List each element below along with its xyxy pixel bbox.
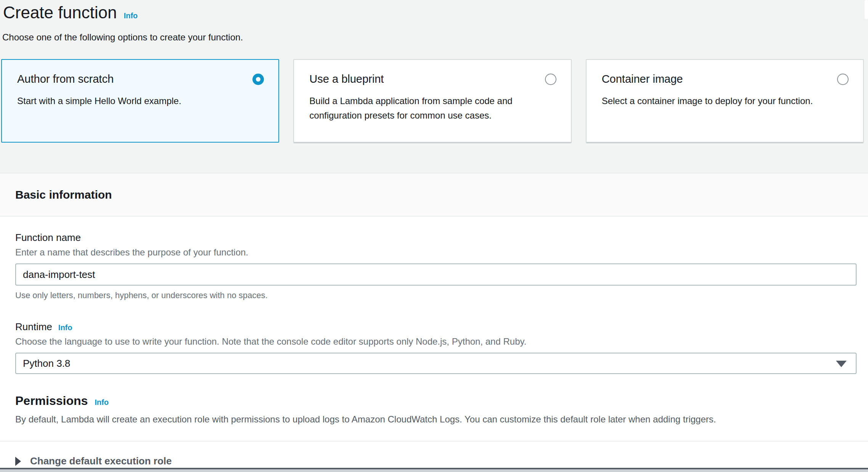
- chevron-down-icon: [836, 361, 847, 367]
- change-default-execution-role-expander[interactable]: Change default execution role: [15, 455, 857, 467]
- function-name-description: Enter a name that describes the purpose …: [15, 247, 857, 258]
- permissions-description: By default, Lambda will create an execut…: [15, 414, 857, 425]
- page-title: Create function: [3, 3, 117, 22]
- runtime-info-link[interactable]: Info: [58, 323, 72, 332]
- radio-use-a-blueprint[interactable]: [545, 74, 556, 85]
- option-card-description: Select a container image to deploy for y…: [602, 94, 849, 108]
- radio-author-from-scratch[interactable]: [252, 74, 264, 85]
- basic-information-heading: Basic information: [15, 188, 112, 201]
- option-card-container-image[interactable]: Container image Select a container image…: [586, 59, 864, 143]
- basic-information-body: Function name Enter a name that describe…: [0, 217, 868, 467]
- permissions-heading: Permissions: [15, 394, 88, 408]
- card-head: Use a blueprint: [309, 73, 556, 85]
- option-card-author-from-scratch[interactable]: Author from scratch Start with a simple …: [1, 59, 279, 143]
- option-card-description: Start with a simple Hello World example.: [17, 94, 264, 108]
- option-card-title: Author from scratch: [17, 73, 114, 85]
- title-row: Create function Info: [3, 3, 864, 22]
- function-name-field: Function name Enter a name that describe…: [15, 232, 857, 300]
- expander-label: Change default execution role: [30, 455, 172, 467]
- permissions-info-link[interactable]: Info: [95, 398, 109, 407]
- scrollbar-thumb[interactable]: [865, 0, 868, 19]
- option-card-description: Build a Lambda application from sample c…: [309, 94, 556, 123]
- option-card-title: Container image: [602, 73, 683, 85]
- page-header: Create function Info Choose one of the f…: [0, 0, 868, 173]
- basic-information-header: Basic information: [0, 173, 868, 217]
- runtime-description: Choose the language to use to write your…: [15, 336, 857, 347]
- option-card-title: Use a blueprint: [309, 73, 384, 85]
- create-function-info-link[interactable]: Info: [124, 11, 138, 20]
- triangle-right-icon: [15, 457, 21, 466]
- creation-option-cards: Author from scratch Start with a simple …: [1, 59, 864, 143]
- runtime-select[interactable]: Python 3.8: [15, 353, 857, 374]
- section-divider: [0, 441, 868, 441]
- card-head: Author from scratch: [17, 73, 264, 85]
- runtime-field: Runtime Info Choose the language to use …: [15, 321, 857, 374]
- runtime-label: Runtime: [15, 321, 52, 333]
- radio-container-image[interactable]: [837, 74, 849, 85]
- option-card-use-a-blueprint[interactable]: Use a blueprint Build a Lambda applicati…: [293, 59, 571, 143]
- permissions-section: Permissions Info By default, Lambda will…: [15, 394, 857, 425]
- runtime-selected-value: Python 3.8: [23, 358, 70, 369]
- card-head: Container image: [602, 73, 849, 85]
- function-name-hint: Use only letters, numbers, hyphens, or u…: [15, 291, 857, 300]
- radio-dot: [256, 77, 260, 82]
- function-name-label: Function name: [15, 232, 81, 244]
- page-subtitle: Choose one of the following options to c…: [2, 32, 864, 43]
- next-section-top-edge: [0, 468, 868, 472]
- function-name-input[interactable]: [15, 263, 857, 286]
